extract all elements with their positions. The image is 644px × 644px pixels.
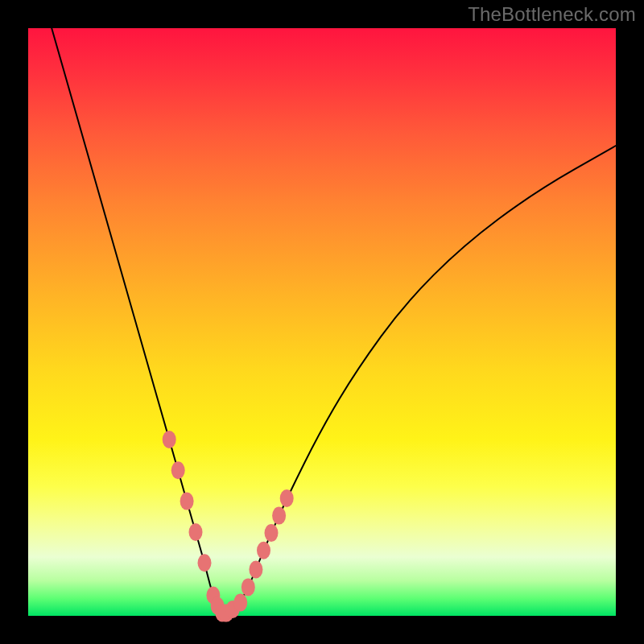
plot-frame [28,28,616,616]
bead [249,561,262,579]
watermark-text: TheBottleneck.com [468,3,636,26]
bead [180,493,194,510]
curve-svg [28,28,616,616]
root-container: TheBottleneck.com [0,0,644,644]
bead [198,554,212,572]
bead-group [163,431,294,621]
bead [163,431,176,448]
bead [280,489,294,507]
bead [265,524,279,542]
bead [257,542,270,559]
plot-area [28,28,616,616]
bead [189,523,203,541]
bead [171,461,185,479]
bottleneck-curve [52,28,616,613]
bead [233,594,247,612]
bead [242,578,255,596]
bead [272,507,286,525]
